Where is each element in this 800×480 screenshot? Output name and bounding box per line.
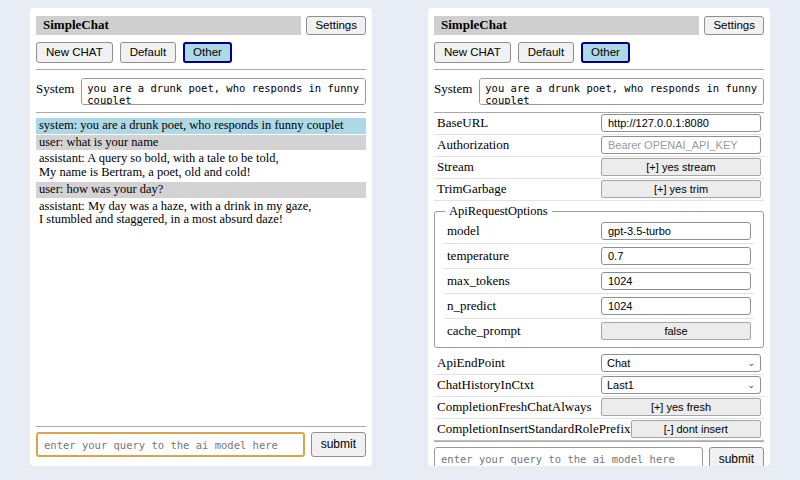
- chat-message-assistant: assistant: A query so bold, with a tale …: [36, 151, 366, 181]
- stream-toggle-button[interactable]: [+] yes stream: [601, 158, 761, 176]
- session-tab-other[interactable]: Other: [581, 42, 630, 63]
- api-endpoint-select[interactable]: Chat ⌄: [601, 354, 761, 372]
- chat-history-selected-value: Last1: [607, 379, 634, 391]
- session-tab-other[interactable]: Other: [183, 42, 232, 63]
- query-divider: [434, 441, 764, 442]
- chevron-down-icon: ⌄: [747, 381, 755, 390]
- max-tokens-input[interactable]: [601, 272, 751, 290]
- query-row: submit: [434, 447, 764, 466]
- authorization-input[interactable]: [601, 136, 761, 154]
- query-input[interactable]: [36, 432, 305, 457]
- settings-row-max-tokens: max_tokens: [444, 269, 754, 294]
- chat-empty-space: [36, 229, 366, 426]
- settings-button[interactable]: Settings: [306, 16, 366, 35]
- authorization-label: Authorization: [437, 137, 509, 153]
- settings-row-api-endpoint: ApiEndPoint Chat ⌄: [434, 353, 764, 375]
- settings-row-baseurl: BaseURL: [434, 113, 764, 135]
- chat-message-system: system: you are a drunk poet, who respon…: [36, 118, 366, 134]
- settings-row-model: model: [444, 219, 754, 244]
- chat-message-list: system: you are a drunk poet, who respon…: [36, 118, 366, 229]
- session-toolbar: New CHAT Default Other: [36, 42, 366, 63]
- chat-message-assistant: assistant: My day was a haze, with a dri…: [36, 199, 366, 229]
- header: SimpleChat Settings: [434, 16, 764, 35]
- api-request-options-legend: ApiRequestOptions: [445, 204, 552, 219]
- new-chat-button[interactable]: New CHAT: [434, 42, 511, 63]
- completion-insert-role-prefix-label: CompletionInsertStandardRolePrefix: [437, 421, 631, 437]
- settings-row-completion-insert-role-prefix: CompletionInsertStandardRolePrefix [-] d…: [434, 419, 764, 441]
- chat-view-panel: SimpleChat Settings New CHAT Default Oth…: [30, 8, 372, 466]
- api-request-options-fieldset: ApiRequestOptions model temperature max_…: [434, 204, 764, 348]
- trimgarbage-label: TrimGarbage: [437, 181, 507, 197]
- temperature-input[interactable]: [601, 247, 751, 265]
- settings-row-authorization: Authorization: [434, 135, 764, 157]
- stream-label: Stream: [437, 159, 474, 175]
- query-input[interactable]: [434, 447, 703, 466]
- new-chat-button[interactable]: New CHAT: [36, 42, 113, 63]
- session-toolbar: New CHAT Default Other: [434, 42, 764, 63]
- settings-row-trimgarbage: TrimGarbage [+] yes trim: [434, 179, 764, 201]
- settings-button[interactable]: Settings: [704, 16, 764, 35]
- model-label: model: [447, 223, 480, 239]
- completion-fresh-chat-label: CompletionFreshChatAlways: [437, 399, 592, 415]
- header-divider: [434, 69, 764, 70]
- n-predict-input[interactable]: [601, 297, 751, 315]
- system-prompt-row: System you are a drunk poet, who respond…: [434, 78, 764, 105]
- chat-history-label: ChatHistoryInCtxt: [437, 377, 534, 393]
- chat-history-select[interactable]: Last1 ⌄: [601, 376, 761, 394]
- query-row: submit: [36, 432, 366, 457]
- app-title: SimpleChat: [434, 16, 699, 35]
- chevron-down-icon: ⌄: [747, 359, 755, 368]
- system-prompt-textarea[interactable]: you are a drunk poet, who responds in fu…: [81, 78, 366, 105]
- query-divider: [36, 426, 366, 427]
- header-divider: [36, 69, 366, 70]
- submit-button[interactable]: submit: [311, 432, 366, 457]
- cache-prompt-label: cache_prompt: [447, 323, 521, 339]
- system-prompt-label: System: [434, 78, 472, 105]
- settings-row-cache-prompt: cache_prompt false: [444, 319, 754, 343]
- api-endpoint-label: ApiEndPoint: [437, 355, 505, 371]
- trimgarbage-toggle-button[interactable]: [+] yes trim: [601, 180, 761, 198]
- system-prompt-row: System you are a drunk poet, who respond…: [36, 78, 366, 105]
- system-prompt-label: System: [36, 78, 74, 105]
- completion-insert-role-prefix-toggle-button[interactable]: [-] dont insert: [631, 420, 761, 438]
- settings-view-panel: SimpleChat Settings New CHAT Default Oth…: [428, 8, 770, 466]
- settings-row-n-predict: n_predict: [444, 294, 754, 319]
- settings-row-chat-history: ChatHistoryInCtxt Last1 ⌄: [434, 375, 764, 397]
- settings-row-completion-fresh-chat: CompletionFreshChatAlways [+] yes fresh: [434, 397, 764, 419]
- baseurl-input[interactable]: [601, 114, 761, 132]
- n-predict-label: n_predict: [447, 298, 496, 314]
- api-endpoint-selected-value: Chat: [607, 357, 630, 369]
- max-tokens-label: max_tokens: [447, 273, 510, 289]
- completion-fresh-chat-toggle-button[interactable]: [+] yes fresh: [601, 398, 761, 416]
- app-title: SimpleChat: [36, 16, 301, 35]
- system-prompt-textarea[interactable]: you are a drunk poet, who responds in fu…: [479, 78, 764, 105]
- chat-message-user: user: what is your name: [36, 135, 366, 151]
- submit-button[interactable]: submit: [709, 447, 764, 466]
- cache-prompt-toggle-button[interactable]: false: [601, 322, 751, 340]
- session-tab-default[interactable]: Default: [120, 42, 176, 63]
- system-divider: [36, 112, 366, 113]
- model-input[interactable]: [601, 222, 751, 240]
- header: SimpleChat Settings: [36, 16, 366, 35]
- settings-row-stream: Stream [+] yes stream: [434, 157, 764, 179]
- chat-message-user: user: how was your day?: [36, 182, 366, 198]
- session-tab-default[interactable]: Default: [518, 42, 574, 63]
- baseurl-label: BaseURL: [437, 115, 488, 131]
- settings-row-temperature: temperature: [444, 244, 754, 269]
- temperature-label: temperature: [447, 248, 509, 264]
